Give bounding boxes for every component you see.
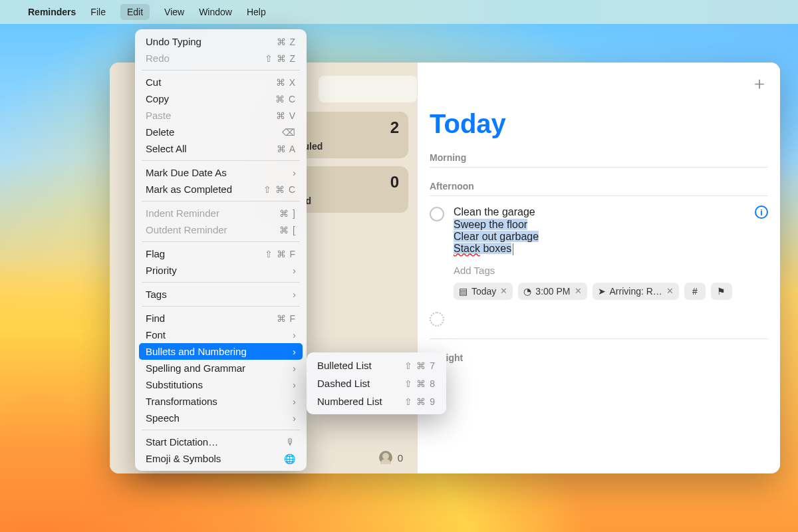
menu-item-paste: Paste⌘ V (135, 107, 307, 124)
section-tonight: Tonight (430, 352, 768, 363)
menu-item-outdent-reminder: Outdent Reminder⌘ [ (135, 221, 307, 238)
reminder-body[interactable]: Clean the garage i Sweep the floor Clear… (454, 205, 768, 255)
clock-icon: ◔ (523, 286, 531, 297)
chip-flag[interactable]: ⚑ (711, 283, 732, 300)
chip-tag[interactable]: # (684, 283, 706, 300)
text-caret (513, 243, 513, 255)
reminder-item[interactable]: Clean the garage i Sweep the floor Clear… (430, 205, 768, 255)
flag-small-icon: ⚑ (717, 286, 726, 297)
menu-item-label: Priority (146, 265, 177, 276)
submenu-item-dashed-list[interactable]: Dashed List⇧ ⌘ 8 (307, 374, 446, 392)
shortcut: ⌘ [ (279, 225, 296, 235)
shortcut: ⇧ ⌘ 8 (404, 378, 436, 389)
menu-item-label: Bullets and Numbering (146, 346, 247, 357)
chevron-right-icon: › (293, 396, 296, 407)
menu-item-cut[interactable]: Cut⌘ X (135, 74, 307, 90)
menu-item-select-all[interactable]: Select All⌘ A (135, 140, 307, 157)
info-icon[interactable]: i (755, 205, 768, 219)
menu-item-redo: Redo⇧ ⌘ Z (135, 50, 307, 66)
menu-item-indent-reminder: Indent Reminder⌘ ] (135, 205, 307, 221)
add-reminder-button[interactable]: ＋ (751, 74, 768, 92)
shared-icon[interactable] (379, 451, 392, 464)
chevron-right-icon: › (293, 412, 296, 424)
submenu-item-label: Bulleted List (317, 360, 372, 371)
menu-item-label: Font (146, 329, 166, 340)
new-reminder-placeholder[interactable] (430, 311, 768, 327)
menu-separator (142, 70, 300, 70)
submenu-item-label: Dashed List (317, 378, 370, 389)
shortcut: ⌘ A (277, 144, 296, 154)
shortcut: ⌘ F (277, 313, 296, 324)
menu-item-delete[interactable]: Delete⌫ (135, 124, 307, 140)
submenu-item-bulleted-list[interactable]: Bulleted List⇧ ⌘ 7 (307, 356, 446, 374)
menu-item-speech[interactable]: Speech› (135, 410, 307, 426)
menu-item-label: Substitutions (146, 379, 203, 390)
reminder-notes[interactable]: Sweep the floor Clear out garbage Stack … (454, 219, 768, 255)
add-tags[interactable]: Add Tags (454, 265, 768, 276)
reminder-title[interactable]: Clean the garage (454, 206, 535, 218)
menu-item-substitutions[interactable]: Substitutions› (135, 376, 307, 393)
chip-time[interactable]: ◔3:00 PM✕ (518, 283, 587, 300)
shortcut: ⇧ ⌘ F (265, 249, 296, 259)
menu-window[interactable]: Window (199, 7, 232, 17)
shortcut: ⇧ ⌘ 7 (404, 360, 436, 371)
menu-item-transformations[interactable]: Transformations› (135, 393, 307, 410)
divider (430, 196, 768, 196)
location-icon: ➤ (598, 286, 606, 297)
menu-item-start-dictation-[interactable]: Start Dictation…🎙 (135, 434, 307, 450)
submenu-item-label: Numbered List (317, 396, 382, 407)
shortcut: 🎙 (286, 437, 296, 448)
chip-date[interactable]: ▤Today✕ (454, 283, 513, 300)
menu-item-label: Spelling and Grammar (146, 362, 245, 374)
menu-item-label: Cut (146, 76, 161, 88)
shortcut: ⌘ Z (277, 37, 296, 47)
menu-item-emoji-symbols[interactable]: Emoji & Symbols🌐 (135, 450, 307, 467)
chevron-right-icon: › (293, 289, 296, 300)
menu-item-label: Find (146, 313, 165, 324)
edit-dropdown-menu: Undo Typing⌘ ZRedo⇧ ⌘ ZCut⌘ XCopy⌘ CPast… (135, 29, 307, 471)
menu-file[interactable]: File (90, 7, 106, 17)
menu-item-font[interactable]: Font› (135, 327, 307, 343)
menu-item-flag[interactable]: Flag⇧ ⌘ F (135, 245, 307, 262)
menu-item-undo-typing[interactable]: Undo Typing⌘ Z (135, 33, 307, 50)
remove-icon[interactable]: ✕ (500, 286, 507, 296)
shortcut: ⇧ ⌘ C (263, 184, 296, 195)
list-title: Today (430, 109, 768, 139)
remove-icon[interactable]: ✕ (575, 286, 582, 296)
menu-item-spelling-and-grammar[interactable]: Spelling and Grammar› (135, 360, 307, 376)
menu-view[interactable]: View (164, 7, 184, 17)
menu-item-label: Mark as Completed (146, 184, 232, 195)
app-name[interactable]: Reminders (28, 7, 76, 17)
menu-item-label: Delete (146, 126, 174, 138)
complete-toggle-empty[interactable] (430, 312, 444, 327)
chevron-right-icon: › (293, 167, 296, 178)
submenu-item-numbered-list[interactable]: Numbered List⇧ ⌘ 9 (307, 392, 446, 410)
menu-separator (142, 160, 300, 161)
menu-item-mark-due-date-as[interactable]: Mark Due Date As› (135, 164, 307, 181)
chevron-right-icon: › (293, 362, 296, 374)
shortcut: ⌘ X (276, 77, 296, 88)
menu-item-label: Outdent Reminder (146, 224, 227, 235)
menu-item-tags[interactable]: Tags› (135, 286, 307, 303)
shortcut: ⌘ V (276, 110, 296, 121)
menu-item-bullets-and-numbering[interactable]: Bullets and Numbering› (139, 343, 303, 360)
remove-icon[interactable]: ✕ (666, 286, 674, 296)
menu-item-label: Mark Due Date As (146, 167, 227, 178)
shortcut: ⌘ C (275, 94, 296, 104)
menu-item-mark-as-completed[interactable]: Mark as Completed⇧ ⌘ C (135, 181, 307, 198)
menu-item-label: Redo (146, 53, 170, 64)
menu-item-label: Undo Typing (146, 36, 201, 47)
complete-toggle[interactable] (430, 207, 444, 221)
search-input[interactable] (319, 76, 417, 102)
menu-item-label: Flag (146, 248, 165, 259)
menu-help[interactable]: Help (247, 7, 266, 17)
divider (430, 167, 768, 168)
shortcut: ⌫ (282, 127, 296, 138)
menu-item-label: Transformations (146, 396, 217, 407)
menu-separator (142, 282, 300, 283)
menu-edit[interactable]: Edit (120, 4, 150, 20)
menu-item-find[interactable]: Find⌘ F (135, 310, 307, 327)
menu-item-priority[interactable]: Priority› (135, 262, 307, 279)
menu-item-copy[interactable]: Copy⌘ C (135, 90, 307, 107)
chip-location[interactable]: ➤Arriving: R…✕ (593, 283, 679, 300)
